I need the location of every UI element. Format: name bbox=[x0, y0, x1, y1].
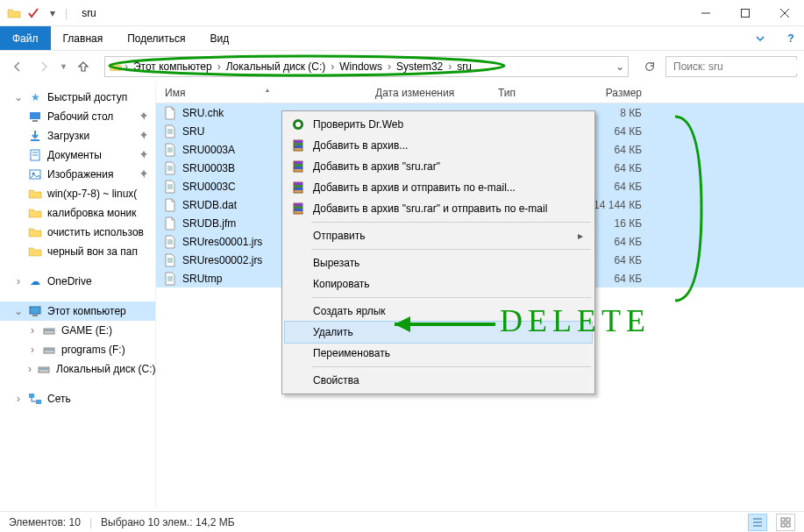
svg-rect-21 bbox=[39, 368, 48, 370]
view-icons-button[interactable] bbox=[776, 514, 795, 531]
qat-dropdown-icon[interactable]: ▾ bbox=[46, 6, 60, 20]
svg-rect-60 bbox=[294, 203, 302, 206]
chevron-right-icon[interactable]: › bbox=[28, 324, 37, 337]
tab-share[interactable]: Поделиться bbox=[115, 26, 197, 50]
menu-item[interactable]: Добавить в архив "sru.rar" и отправить п… bbox=[285, 198, 592, 219]
nav-item[interactable]: Загрузки bbox=[0, 126, 155, 145]
menu-item[interactable]: Добавить в архив "sru.rar" bbox=[285, 156, 592, 177]
pin-icon bbox=[139, 149, 148, 161]
breadcrumb[interactable]: System32 bbox=[393, 60, 446, 73]
back-button[interactable] bbox=[7, 56, 28, 77]
svg-rect-54 bbox=[294, 167, 302, 169]
nav-item[interactable]: очистить использов bbox=[0, 223, 155, 242]
nav-item[interactable]: win(xp-7-8) ~ linux( bbox=[0, 184, 155, 203]
chevron-right-icon[interactable]: › bbox=[28, 363, 32, 375]
downloads-icon bbox=[28, 129, 42, 143]
menu-send-to[interactable]: Отправить ▸ bbox=[285, 225, 592, 246]
column-headers: Имя▴ Дата изменения Тип Размер bbox=[156, 82, 804, 103]
chevron-right-icon[interactable]: › bbox=[446, 60, 453, 73]
ribbon-expand-icon[interactable] bbox=[743, 26, 778, 50]
status-bar: Элементов: 10 | Выбрано 10 элем.: 14,2 М… bbox=[0, 511, 804, 532]
chevron-right-icon[interactable]: › bbox=[329, 60, 336, 73]
column-size[interactable]: Размер bbox=[586, 87, 656, 99]
chevron-right-icon[interactable]: › bbox=[28, 344, 37, 356]
menu-item[interactable]: Добавить в архив... bbox=[285, 135, 592, 156]
close-button[interactable] bbox=[765, 0, 804, 25]
search-input[interactable] bbox=[672, 60, 804, 74]
file-icon bbox=[163, 106, 177, 120]
nav-drive[interactable]: ›GAME (E:) bbox=[0, 321, 155, 340]
svg-rect-53 bbox=[294, 164, 302, 167]
address-dropdown-icon[interactable]: ⌄ bbox=[615, 60, 624, 73]
pin-icon bbox=[139, 168, 148, 181]
menu-shortcut[interactable]: Создать ярлык bbox=[285, 301, 592, 322]
svg-rect-68 bbox=[781, 518, 785, 521]
minimize-button[interactable] bbox=[686, 0, 725, 25]
help-button[interactable]: ? bbox=[778, 26, 804, 50]
nav-item[interactable]: Изображения bbox=[0, 165, 155, 184]
chevron-right-icon[interactable]: › bbox=[14, 393, 23, 405]
tab-view[interactable]: Вид bbox=[197, 26, 241, 50]
chevron-right-icon[interactable]: › bbox=[123, 60, 130, 73]
up-button[interactable] bbox=[73, 56, 94, 77]
rar-icon bbox=[290, 159, 306, 174]
forward-button[interactable] bbox=[33, 56, 54, 77]
folder-icon bbox=[28, 225, 42, 239]
nav-item[interactable]: калибровка моник bbox=[0, 203, 155, 223]
nav-item[interactable]: черный вон за пап bbox=[0, 242, 155, 261]
svg-rect-14 bbox=[30, 307, 40, 314]
chevron-right-icon[interactable]: › bbox=[216, 60, 223, 73]
folder-icon bbox=[28, 206, 42, 220]
menu-item[interactable]: Добавить в архив и отправить по e-mail..… bbox=[285, 177, 592, 198]
breadcrumb[interactable]: Этот компьютер bbox=[130, 60, 216, 73]
svg-point-46 bbox=[295, 122, 301, 127]
menu-copy[interactable]: Копировать bbox=[285, 273, 592, 294]
history-dropdown-icon[interactable]: ▼ bbox=[60, 62, 68, 71]
menu-rename[interactable]: Переименовать bbox=[285, 343, 592, 364]
qat-properties-icon[interactable] bbox=[26, 6, 40, 20]
navigation-pane: ⌄ ★ Быстрый доступ Рабочий столЗагрузкиД… bbox=[0, 82, 156, 507]
drive-icon bbox=[42, 343, 56, 357]
menu-delete[interactable]: Удалить bbox=[285, 322, 592, 343]
column-name[interactable]: Имя▴ bbox=[156, 87, 375, 99]
nav-this-pc[interactable]: ⌄ Этот компьютер bbox=[0, 301, 155, 321]
svg-rect-52 bbox=[294, 161, 302, 164]
column-date[interactable]: Дата изменения bbox=[375, 87, 498, 99]
status-selection: Выбрано 10 элем.: 14,2 МБ bbox=[101, 516, 235, 528]
address-bar[interactable]: › Этот компьютер › Локальный диск (C:) ›… bbox=[104, 56, 629, 77]
menu-item[interactable]: Проверить Dr.Web bbox=[285, 114, 592, 135]
menu-properties[interactable]: Свойства bbox=[285, 370, 592, 391]
nav-item[interactable]: Рабочий стол bbox=[0, 107, 155, 126]
file-tab[interactable]: Файл bbox=[0, 26, 51, 50]
column-type[interactable]: Тип bbox=[498, 87, 586, 99]
breadcrumb[interactable]: sru bbox=[453, 60, 475, 73]
view-details-button[interactable] bbox=[748, 514, 767, 531]
documents-icon bbox=[28, 148, 42, 162]
nav-quick-access[interactable]: ⌄ ★ Быстрый доступ bbox=[0, 88, 155, 107]
svg-rect-15 bbox=[32, 315, 38, 316]
search-box[interactable] bbox=[665, 56, 797, 77]
svg-rect-7 bbox=[32, 120, 38, 122]
file-icon bbox=[163, 216, 177, 231]
breadcrumb[interactable]: Локальный диск (C:) bbox=[223, 60, 330, 73]
chevron-right-icon[interactable]: › bbox=[386, 60, 393, 73]
file-icon bbox=[163, 180, 177, 194]
chevron-down-icon[interactable]: ⌄ bbox=[14, 91, 23, 103]
rar-icon bbox=[290, 138, 306, 153]
nav-item[interactable]: Документы bbox=[0, 145, 155, 165]
file-icon bbox=[163, 161, 177, 175]
chevron-down-icon[interactable]: ⌄ bbox=[14, 305, 23, 317]
nav-network[interactable]: › Сеть bbox=[0, 389, 155, 408]
sort-indicator-icon: ▴ bbox=[266, 86, 269, 94]
refresh-button[interactable] bbox=[639, 56, 660, 77]
tab-home[interactable]: Главная bbox=[51, 26, 116, 50]
maximize-button[interactable] bbox=[725, 0, 765, 25]
desktop-icon bbox=[28, 110, 42, 124]
menu-cut[interactable]: Вырезать bbox=[285, 252, 592, 273]
chevron-right-icon[interactable]: › bbox=[14, 275, 23, 287]
nav-drive[interactable]: ›Локальный диск (C:) bbox=[0, 359, 155, 379]
drive-icon bbox=[42, 323, 56, 337]
breadcrumb[interactable]: Windows bbox=[336, 60, 386, 73]
nav-onedrive[interactable]: › ☁ OneDrive bbox=[0, 272, 155, 291]
nav-drive[interactable]: ›programs (F:) bbox=[0, 340, 155, 359]
